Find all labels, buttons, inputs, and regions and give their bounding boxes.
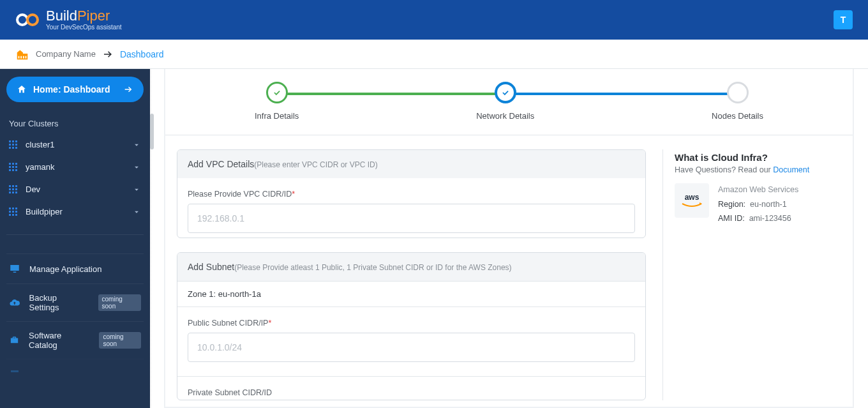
grid-icon — [9, 163, 18, 172]
sidebar-home-button[interactable]: Home: Dashboard — [6, 77, 144, 102]
stepper-bar-done — [281, 93, 505, 95]
home-icon — [17, 84, 27, 94]
sidebar-cluster-item[interactable]: Buildpiper — [6, 200, 144, 223]
cloud-upload-icon — [9, 297, 20, 308]
sidebar-home-label: Home: Dashboard — [33, 84, 110, 94]
top-header: BuildPiper Your DevSecOps assistant T — [0, 0, 868, 40]
breadcrumb: Company Name Dashboard — [0, 40, 868, 69]
step-label: Infra Details — [255, 111, 299, 121]
avatar-letter: T — [841, 15, 846, 25]
region-value: eu-north-1 — [750, 200, 787, 209]
chevron-down-icon — [132, 140, 141, 149]
chevron-down-icon — [132, 163, 141, 172]
provider-name: Amazon Web Services — [718, 183, 798, 197]
subnet-zone-label: Zone 1: eu-north-1a — [177, 281, 645, 307]
info-subtitle: Have Questions? Read our Document — [675, 165, 841, 174]
coming-soon-badge: coming soon — [99, 332, 141, 349]
grid-icon — [9, 208, 18, 216]
sidebar-cluster-item[interactable]: yamank — [6, 156, 144, 178]
grid-icon — [9, 185, 18, 194]
main-content: Infra Details Network Details Nodes Deta… — [150, 69, 868, 408]
private-subnet-label: Private Subnet CIDR/ID — [188, 388, 635, 397]
arrow-right-icon — [102, 49, 114, 60]
info-title: What is Cloud Infra? — [675, 152, 841, 163]
company-icon — [15, 47, 29, 61]
step-network-details[interactable]: Network Details — [476, 82, 534, 121]
card-subtitle: (Please enter VPC CIDR or VPC ID) — [254, 160, 377, 169]
briefcase-icon — [9, 335, 20, 346]
card-vpc-details: Add VPC Details(Please enter VPC CIDR or… — [177, 149, 646, 238]
chevron-down-icon — [132, 208, 141, 216]
coming-soon-badge: coming soon — [98, 294, 141, 311]
vpc-cidr-input[interactable] — [188, 204, 635, 233]
cluster-name: yamank — [26, 162, 55, 172]
sidebar-cluster-item[interactable]: cluster1 — [6, 133, 144, 156]
step-infra-details[interactable]: Infra Details — [255, 82, 299, 121]
vpc-cidr-label: Please Provide VPC CIDR/ID* — [188, 190, 635, 199]
sidebar-item-label: Manage Application — [29, 264, 101, 274]
info-panel: What is Cloud Infra? Have Questions? Rea… — [662, 149, 841, 400]
sidebar-item-more[interactable] — [6, 359, 144, 389]
grid-icon — [9, 140, 18, 149]
required-indicator: * — [292, 190, 295, 199]
brand-logo-icon — [15, 11, 41, 28]
step-label: Nodes Details — [712, 111, 763, 121]
chevron-down-icon — [132, 185, 141, 194]
card-subtitle: (Please Provide atleast 1 Public, 1 Priv… — [234, 263, 511, 272]
cluster-name: cluster1 — [26, 140, 55, 149]
step-dot-next-icon — [727, 82, 749, 103]
cluster-name: Buildpiper — [26, 207, 63, 216]
ami-key: AMI ID: — [718, 214, 745, 223]
brand-name-accent: Piper — [77, 8, 110, 24]
user-avatar-button[interactable]: T — [834, 10, 853, 29]
breadcrumb-company: Company Name — [36, 49, 96, 59]
brand-subtitle: Your DevSecOps assistant — [46, 24, 122, 31]
public-subnet-input[interactable] — [188, 333, 635, 362]
sidebar-item-label: Software Catalog — [29, 331, 89, 350]
svg-point-1 — [27, 15, 38, 25]
brand-name-primary: Build — [46, 8, 77, 24]
public-subnet-label: Public Subnet CIDR/IP* — [188, 319, 635, 328]
sidebar: Home: Dashboard Your Clusters cluster1 y… — [0, 69, 150, 408]
sidebar-item-backup-settings[interactable]: Backup Settings coming soon — [6, 283, 144, 321]
svg-point-0 — [17, 15, 27, 25]
scrollbar-thumb[interactable] — [150, 114, 154, 149]
svg-text:aws: aws — [685, 193, 700, 202]
sidebar-section-clusters: Your Clusters — [6, 102, 144, 133]
breadcrumb-dashboard-link[interactable]: Dashboard — [120, 49, 164, 59]
sidebar-item-label: Backup Settings — [29, 293, 88, 312]
brand[interactable]: BuildPiper Your DevSecOps assistant — [15, 9, 122, 31]
card-title: Add Subnet — [188, 262, 234, 272]
card-title: Add VPC Details — [188, 159, 254, 169]
sidebar-cluster-item[interactable]: Dev — [6, 178, 144, 200]
provider-aws-icon: aws — [675, 183, 709, 218]
region-key: Region: — [718, 200, 745, 209]
arrow-right-icon — [123, 84, 133, 94]
monitor-icon — [9, 263, 20, 275]
cluster-name: Dev — [26, 185, 40, 194]
sidebar-item-manage-application[interactable]: Manage Application — [6, 253, 144, 283]
required-indicator: * — [268, 319, 271, 328]
sidebar-item-software-catalog[interactable]: Software Catalog coming soon — [6, 321, 144, 359]
more-icon — [9, 368, 20, 380]
step-dot-done-icon — [266, 82, 288, 103]
info-document-link[interactable]: Document — [773, 165, 809, 174]
stepper-bar-active — [514, 93, 737, 95]
ami-value: ami-123456 — [749, 214, 791, 223]
step-dot-current-icon — [495, 82, 516, 103]
stepper: Infra Details Network Details Nodes Deta… — [165, 69, 853, 135]
step-nodes-details[interactable]: Nodes Details — [712, 82, 763, 121]
card-add-subnet: Add Subnet(Please Provide atleast 1 Publ… — [177, 252, 646, 400]
step-label: Network Details — [476, 111, 534, 121]
